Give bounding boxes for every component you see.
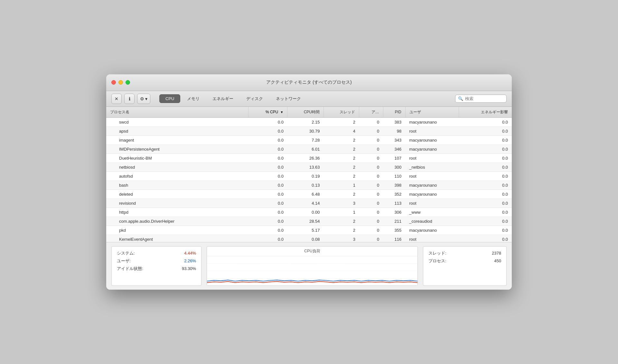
gear-icon: ⚙: [140, 96, 144, 101]
cell-awake: 0: [359, 199, 383, 208]
table-row[interactable]: apsd 0.0 30.79 4 0 98 root 0.0: [106, 126, 512, 135]
sort-arrow-cpu: ▼: [280, 110, 284, 114]
cell-awake: 0: [359, 181, 383, 190]
cell-cputime: 6.48: [287, 190, 324, 199]
col-energy-impact[interactable]: エネルギー影響: [459, 107, 512, 118]
cell-cpu: 0.0: [248, 217, 287, 226]
cell-awake: 0: [359, 154, 383, 163]
cell-user: root: [405, 235, 459, 242]
cell-energy-impact: 0.0: [459, 208, 512, 217]
tab-memory[interactable]: メモリ: [181, 94, 206, 104]
cell-pid: 300: [383, 163, 405, 172]
close-process-button[interactable]: ✕: [111, 94, 122, 104]
cell-pid: 355: [383, 226, 405, 235]
table-row[interactable]: com.apple.audio.DriverHelper 0.0 28.54 2…: [106, 217, 512, 226]
tab-network[interactable]: ネットワーク: [270, 94, 307, 104]
minimize-button[interactable]: [118, 80, 123, 85]
table-row[interactable]: netbiosd 0.0 13.63 2 0 300 _netbios 0.0: [106, 163, 512, 172]
cell-pid: 211: [383, 217, 405, 226]
table-row[interactable]: IMDPersistenceAgent 0.0 6.01 2 0 346 mac…: [106, 145, 512, 154]
tab-cpu[interactable]: CPU: [159, 94, 180, 103]
table-row[interactable]: KernelEventAgent 0.0 0.08 3 0 116 root 0…: [106, 235, 512, 242]
cell-energy-impact: 0.0: [459, 154, 512, 163]
table-row[interactable]: swcd 0.0 2.15 2 0 383 macyarounano 0.0: [106, 117, 512, 126]
chart-title: CPU負荷: [207, 247, 417, 256]
user-label: ユーザ:: [117, 258, 131, 264]
table-row[interactable]: imagent 0.0 7.28 2 0 343 macyarounano 0.…: [106, 135, 512, 145]
cpu-chart-svg: [207, 256, 417, 285]
cell-threads: 2: [323, 145, 359, 154]
cell-cpu: 0.0: [248, 181, 287, 190]
table-body: swcd 0.0 2.15 2 0 383 macyarounano 0.0 a…: [106, 117, 512, 242]
cell-threads: 1: [323, 208, 359, 217]
cell-awake: 0: [359, 117, 383, 126]
cell-threads: 2: [323, 226, 359, 235]
cell-user: root: [405, 172, 459, 181]
cell-cpu: 0.0: [248, 208, 287, 217]
search-box[interactable]: 🔍: [455, 95, 507, 103]
gear-button[interactable]: ⚙ ▾: [137, 94, 150, 104]
cell-cputime: 30.79: [287, 126, 324, 135]
threads-stat-row: スレッド: 2378: [428, 250, 501, 256]
chart-area: [207, 256, 417, 285]
cell-process: imagent: [106, 135, 248, 145]
table-row[interactable]: bash 0.0 0.13 1 0 398 macyarounano 0.0: [106, 181, 512, 190]
cell-cputime: 0.13: [287, 181, 324, 190]
cell-pid: 107: [383, 154, 405, 163]
cell-pid: 398: [383, 181, 405, 190]
col-user[interactable]: ユーザ: [405, 107, 459, 118]
table-row[interactable]: httpd 0.0 0.00 1 0 306 _www 0.0: [106, 208, 512, 217]
maximize-button[interactable]: [126, 80, 130, 85]
table-row[interactable]: pkd 0.0 5.17 2 0 355 macyarounano 0.0: [106, 226, 512, 235]
close-button[interactable]: [111, 80, 116, 85]
cell-threads: 2: [323, 154, 359, 163]
col-cputime[interactable]: CPU時間: [287, 107, 324, 118]
cell-cputime: 28.54: [287, 217, 324, 226]
window-title: アクティビティモニタ (すべてのプロセス): [266, 79, 351, 85]
col-process[interactable]: プロセス名: [106, 107, 248, 118]
cell-process: com.apple.audio.DriverHelper: [106, 217, 248, 226]
idle-stat-row: アイドル状態: 93.30%: [117, 266, 196, 272]
process-table: プロセス名 % CPU ▼ CPU時間 スレッド ア…: [106, 107, 512, 242]
col-pid[interactable]: PID: [383, 107, 405, 118]
cpu-stats-panel: システム: 4.44% ユーザ: 2.26% アイドル状態: 93.30%: [111, 246, 201, 286]
cell-energy-impact: 0.0: [459, 172, 512, 181]
cell-threads: 2: [323, 117, 359, 126]
processes-label: プロセス:: [428, 258, 446, 264]
tab-energy[interactable]: エネルギー: [206, 94, 239, 104]
cell-user: macyarounano: [405, 135, 459, 145]
system-value: 4.44%: [184, 251, 196, 256]
cell-energy-impact: 0.0: [459, 117, 512, 126]
cell-threads: 2: [323, 163, 359, 172]
table-row[interactable]: deleted 0.0 6.48 2 0 352 macyarounano 0.…: [106, 190, 512, 199]
cell-pid: 98: [383, 126, 405, 135]
cell-energy-impact: 0.0: [459, 145, 512, 154]
idle-label: アイドル状態:: [117, 266, 143, 272]
col-awake[interactable]: ア…: [359, 107, 383, 118]
cell-cputime: 7.28: [287, 135, 324, 145]
cell-threads: 1: [323, 181, 359, 190]
cell-user: macyarounano: [405, 181, 459, 190]
cell-cpu: 0.0: [248, 190, 287, 199]
cell-awake: 0: [359, 135, 383, 145]
cell-user: root: [405, 199, 459, 208]
table-row[interactable]: DuetHeuristic-BM 0.0 26.36 2 0 107 root …: [106, 154, 512, 163]
table-row[interactable]: revisiond 0.0 4.14 3 0 113 root 0.0: [106, 199, 512, 208]
col-cpu[interactable]: % CPU ▼: [248, 107, 287, 118]
info-button[interactable]: ℹ: [124, 94, 135, 104]
table-row[interactable]: autofsd 0.0 0.19 2 0 110 root 0.0: [106, 172, 512, 181]
cell-cpu: 0.0: [248, 172, 287, 181]
cell-energy-impact: 0.0: [459, 135, 512, 145]
cell-threads: 2: [323, 190, 359, 199]
cell-awake: 0: [359, 190, 383, 199]
tab-bar: CPU メモリ エネルギー ディスク ネットワーク: [159, 94, 307, 104]
col-threads[interactable]: スレッド: [323, 107, 359, 118]
cell-process: httpd: [106, 208, 248, 217]
chevron-down-icon: ▾: [145, 96, 147, 101]
search-icon: 🔍: [458, 96, 463, 101]
tab-disk[interactable]: ディスク: [240, 94, 269, 104]
search-input[interactable]: [465, 96, 504, 101]
cell-cpu: 0.0: [248, 117, 287, 126]
cell-cpu: 0.0: [248, 145, 287, 154]
cell-user: root: [405, 126, 459, 135]
